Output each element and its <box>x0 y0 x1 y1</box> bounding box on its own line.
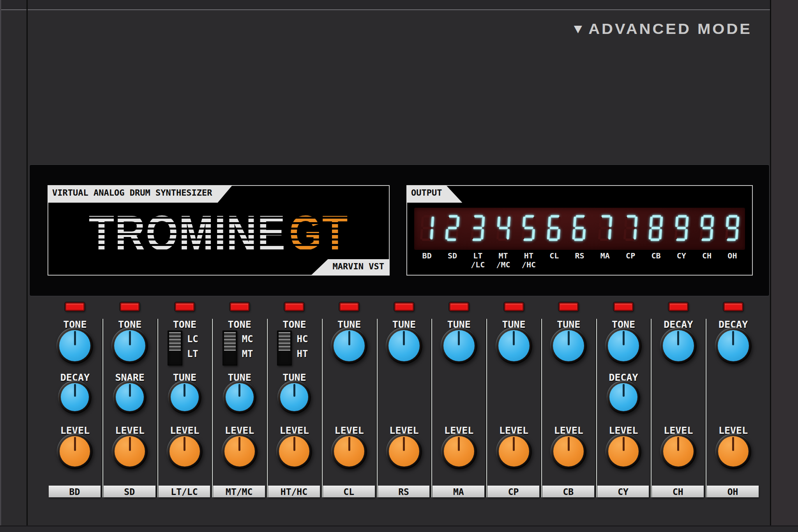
channel-name-strip: CL <box>323 486 375 497</box>
knob-level[interactable] <box>112 433 148 469</box>
channel-trigger-led <box>449 302 469 311</box>
channel-trigger-led <box>120 302 139 311</box>
segment-g <box>601 227 609 229</box>
switch-option-bottom: MT <box>242 348 253 359</box>
triangle-down-icon: ▼ <box>571 21 587 37</box>
knob-tune[interactable] <box>223 380 256 414</box>
knob-level[interactable] <box>331 433 367 469</box>
knob-decay[interactable] <box>607 380 640 414</box>
knob-decay[interactable] <box>660 327 697 364</box>
knob-pointer <box>568 437 570 451</box>
knob-level[interactable] <box>276 433 312 469</box>
knob-cap <box>61 383 89 411</box>
segment-c <box>455 229 459 239</box>
knob-tone[interactable] <box>605 327 642 364</box>
knob-cap <box>718 436 749 467</box>
segment-d <box>498 239 507 241</box>
left-edge-highlight <box>0 0 1 532</box>
knob-level[interactable] <box>660 433 696 469</box>
knob-level[interactable] <box>222 433 258 469</box>
knob-tune[interactable] <box>550 327 587 364</box>
knob-level[interactable] <box>167 433 203 469</box>
knob-pointer <box>458 437 460 451</box>
channel-name-strip: HT/HC <box>268 486 320 497</box>
segment-f <box>574 217 577 227</box>
knob-pointer <box>238 384 240 397</box>
advanced-mode-toggle[interactable]: ▼ADVANCED MODE <box>571 21 752 37</box>
segment-e <box>572 229 576 239</box>
knob-tune[interactable] <box>331 327 367 364</box>
knob-cap <box>444 436 474 467</box>
channel-strips: TONEDECAYLEVELBDTONESNARELEVELSDTONELCLT… <box>48 299 761 499</box>
segment-b <box>456 217 459 227</box>
segment-b <box>482 217 485 227</box>
knob-cap <box>224 436 255 467</box>
knob-level[interactable] <box>606 433 641 469</box>
output-legend-label: CB <box>643 251 669 269</box>
knob-tune[interactable] <box>277 380 311 414</box>
segment-d <box>524 239 532 241</box>
output-legend-row: BDSDLT /LCMT /MCHT /HCCLRSMACPCBCYCHOH <box>414 251 745 269</box>
segment-a <box>729 215 737 217</box>
channel-ch: DECAYLEVELCH <box>651 299 706 499</box>
knob-tone[interactable] <box>56 327 93 364</box>
switch-option-top: HC <box>297 334 308 345</box>
segment-g <box>524 227 533 229</box>
segment-d <box>574 239 583 241</box>
segment-f <box>471 217 475 227</box>
channel-name-strip: BD <box>49 486 101 497</box>
channel-name-strip: MT/MC <box>213 486 265 497</box>
knob-cap <box>663 436 694 467</box>
segment-f <box>701 217 704 227</box>
channel-bd: TONEDECAYLEVELBD <box>48 299 102 499</box>
knob-decay[interactable] <box>715 327 752 364</box>
knob-level[interactable] <box>57 433 93 469</box>
tone-switch[interactable] <box>222 331 237 366</box>
output-legend-label: MA <box>592 251 618 269</box>
segment-g <box>703 227 711 229</box>
channel-trigger-led <box>65 302 85 311</box>
tone-switch[interactable] <box>277 331 292 366</box>
knob-tone[interactable] <box>111 327 148 364</box>
top-frame-band <box>0 0 798 9</box>
knob-cap <box>59 330 90 361</box>
segment-g <box>550 227 558 229</box>
channel-mt-mc: TONEMCMTTUNELEVELMT/MC <box>212 299 267 499</box>
vendor-banner: MARVIN VST <box>311 259 390 276</box>
knob-tune[interactable] <box>496 327 532 364</box>
knob-level[interactable] <box>496 433 532 469</box>
segment-e <box>725 229 728 239</box>
knob-snare[interactable] <box>113 380 147 414</box>
segment-d <box>447 239 456 241</box>
knob-level[interactable] <box>715 433 751 469</box>
segment-c <box>608 229 611 239</box>
knob-decay[interactable] <box>58 380 92 414</box>
knob-level[interactable] <box>386 433 422 469</box>
segment-d <box>422 239 430 241</box>
segment-e <box>700 229 703 239</box>
segment-g <box>473 227 482 229</box>
knob-cap <box>443 330 475 361</box>
knob-pointer <box>403 331 405 345</box>
knob-level[interactable] <box>441 433 477 469</box>
tone-switch[interactable] <box>168 331 182 366</box>
knob-cap <box>169 436 200 467</box>
knob-tune[interactable] <box>441 327 477 364</box>
logo-display: VIRTUAL ANALOG DRUM SYNTHESIZER TROMINEG… <box>48 185 390 276</box>
segment-c <box>710 229 713 239</box>
output-display: OUTPUT BDSDLT /LCMT /MCHT /HCCLRSMACPCBC… <box>406 185 753 276</box>
knob-level[interactable] <box>551 433 586 469</box>
segment-e <box>496 229 500 239</box>
knob-pointer <box>238 437 240 451</box>
switch-option-top: MC <box>242 334 253 345</box>
knob-cap <box>389 436 419 467</box>
bottom-frame-band <box>0 527 798 532</box>
segment-b <box>634 217 637 227</box>
segment-g <box>677 227 685 229</box>
knob-cap <box>60 436 90 467</box>
channel-name-strip: CB <box>542 486 594 497</box>
knob-pointer <box>623 437 625 451</box>
knob-tune[interactable] <box>168 380 201 414</box>
segment-a <box>500 215 508 217</box>
knob-tune[interactable] <box>386 327 422 364</box>
